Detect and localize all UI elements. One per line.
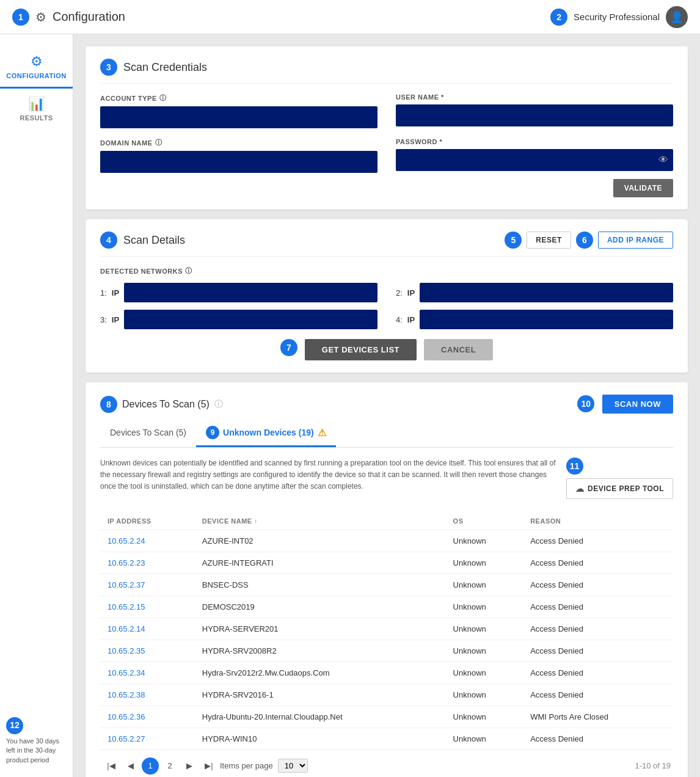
scan-now-area: 10 SCAN NOW	[577, 395, 673, 414]
user-name-input[interactable]	[396, 104, 673, 126]
get-devices-button[interactable]: GET DEVICES LIST	[305, 339, 417, 360]
cell-ip[interactable]: 10.65.2.34	[100, 662, 195, 684]
cell-reason: Access Denied	[523, 618, 673, 640]
bottom-note: 12 You have 30 days left in the 30-day p…	[6, 717, 67, 765]
table-row: 10.65.2.35 HYDRA-SRV2008R2 Unknown Acces…	[100, 640, 673, 662]
network-row-2: 2: IP	[396, 283, 673, 302]
network-input-3[interactable]	[124, 310, 377, 329]
prev-page-button[interactable]: ◀	[122, 757, 139, 775]
cell-ip[interactable]: 10.65.2.38	[100, 684, 195, 706]
table-row: 10.65.2.36 Hydra-Ubuntu-20.Internal.Clou…	[100, 706, 673, 728]
cell-device: AZURE-INTEGRATI	[195, 552, 446, 574]
cell-ip[interactable]: 10.65.2.37	[100, 574, 195, 596]
scan-buttons: 7 GET DEVICES LIST CANCEL	[100, 339, 673, 360]
validate-button[interactable]: VALIDATE	[613, 179, 673, 197]
sidebar-item-results[interactable]: 📊 RESULTS	[0, 89, 73, 129]
badge-9: 9	[206, 426, 219, 439]
network-type-4: IP	[407, 315, 415, 324]
page-1-button[interactable]: 1	[142, 757, 159, 775]
table-header: IP ADDRESS DEVICE NAME ↑ OS REASON	[100, 513, 673, 530]
badge-10: 10	[577, 395, 594, 412]
domain-name-input[interactable]	[100, 151, 377, 173]
items-per-page-select[interactable]: 10 25 50	[278, 759, 308, 773]
network-num-1: 1:	[100, 288, 107, 297]
table-body: 10.65.2.24 AZURE-INT02 Unknown Access De…	[100, 530, 673, 750]
account-type-info-icon: ⓘ	[159, 93, 167, 103]
password-input[interactable]	[396, 149, 673, 171]
tab-devices-to-scan[interactable]: Devices To Scan (5)	[100, 420, 196, 447]
eye-icon[interactable]: 👁	[658, 155, 668, 166]
badge-8: 8	[100, 396, 117, 413]
scan-details-header: 4 Scan Details 5 RESET 6 ADD IP RANGE	[100, 232, 673, 257]
next-page-button[interactable]: ▶	[181, 757, 198, 775]
cell-os: Unknown	[446, 596, 523, 618]
device-prep-button[interactable]: ☁ DEVICE PREP TOOL	[566, 478, 673, 499]
cell-os: Unknown	[446, 574, 523, 596]
badge-4: 4	[100, 232, 117, 249]
cell-ip[interactable]: 10.65.2.15	[100, 596, 195, 618]
badge-6: 6	[576, 232, 593, 249]
cell-ip[interactable]: 10.65.2.24	[100, 530, 195, 552]
network-row-4: 4: IP	[396, 310, 673, 329]
cell-ip[interactable]: 10.65.2.14	[100, 618, 195, 640]
page-title: Configuration	[53, 10, 125, 24]
account-type-input[interactable]	[100, 106, 377, 128]
cell-reason: Access Denied	[523, 684, 673, 706]
tab-unknown-devices[interactable]: 9 Unknown Devices (19) ⚠	[196, 420, 336, 447]
page-2-button[interactable]: 2	[161, 757, 178, 775]
unknown-description: Unknown devices can potentially be ident…	[100, 458, 556, 493]
results-icon: 📊	[28, 96, 45, 112]
sidebar-config-label: CONFIGURATION	[6, 72, 67, 79]
cancel-button[interactable]: CANCEL	[424, 339, 493, 360]
user-name: Security Professional	[574, 12, 660, 22]
items-per-page-label: Items per page	[220, 761, 273, 770]
network-input-2[interactable]	[420, 283, 673, 302]
detected-networks-label-row: DETECTED NETWORKS ⓘ	[100, 266, 673, 275]
top-header: 1 ⚙ Configuration 2 Security Professiona…	[0, 0, 700, 34]
pagination-left: |◀ ◀ 1 2 ▶ ▶| Items per page 10 25 50	[103, 757, 308, 775]
scan-details-card: 4 Scan Details 5 RESET 6 ADD IP RANGE DE…	[86, 219, 688, 373]
gear-icon: ⚙	[35, 10, 46, 24]
devices-header: 8 Devices To Scan (5) ⓘ 10 SCAN NOW	[100, 395, 673, 414]
cell-ip[interactable]: 10.65.2.23	[100, 552, 195, 574]
badge-7: 7	[280, 339, 297, 356]
network-type-1: IP	[112, 288, 119, 297]
devices-to-scan-label: Devices To Scan (5)	[122, 399, 210, 410]
cell-reason: Access Denied	[523, 728, 673, 750]
scan-now-button[interactable]: SCAN NOW	[602, 395, 673, 414]
sidebar: ⚙ CONFIGURATION 📊 RESULTS	[0, 34, 73, 777]
devices-section-card: 8 Devices To Scan (5) ⓘ 10 SCAN NOW Devi…	[86, 382, 688, 777]
domain-info-icon: ⓘ	[155, 138, 162, 147]
table-row: 10.65.2.34 Hydra-Srv2012r2.Mw.Cudaops.Co…	[100, 662, 673, 684]
tab-devices-label: Devices To Scan (5)	[110, 428, 186, 437]
cell-reason: WMI Ports Are Closed	[523, 706, 673, 728]
pagination: |◀ ◀ 1 2 ▶ ▶| Items per page 10 25 50	[100, 757, 673, 775]
first-page-button[interactable]: |◀	[103, 757, 120, 775]
col-device[interactable]: DEVICE NAME ↑	[195, 513, 446, 530]
sidebar-item-configuration[interactable]: ⚙ CONFIGURATION	[0, 46, 73, 89]
tabs: Devices To Scan (5) 9 Unknown Devices (1…	[100, 420, 673, 448]
header-right: 2 Security Professional 👤	[550, 6, 688, 28]
add-ip-range-button[interactable]: ADD IP RANGE	[598, 232, 673, 249]
cell-ip[interactable]: 10.65.2.35	[100, 640, 195, 662]
cell-ip[interactable]: 10.65.2.27	[100, 728, 195, 750]
scan-credentials-header: 3 Scan Credentials	[100, 59, 673, 84]
network-input-1[interactable]	[124, 283, 377, 302]
network-input-4[interactable]	[420, 310, 673, 329]
cell-device: HYDRA-SERVER201	[195, 618, 446, 640]
devices-header-left: 8 Devices To Scan (5) ⓘ	[100, 396, 223, 413]
badge-3: 3	[100, 59, 117, 76]
badge-1: 1	[12, 9, 29, 26]
device-prep-area: 11 ☁ DEVICE PREP TOOL	[566, 458, 673, 499]
devices-info-icon[interactable]: ⓘ	[214, 399, 223, 410]
cell-device: HYDRA-WIN10	[195, 728, 446, 750]
reset-button[interactable]: RESET	[527, 232, 571, 249]
cell-os: Unknown	[446, 728, 523, 750]
table-row: 10.65.2.15 DEMOSC2019 Unknown Access Den…	[100, 596, 673, 618]
badge-2: 2	[550, 9, 567, 26]
cell-os: Unknown	[446, 552, 523, 574]
cell-ip[interactable]: 10.65.2.36	[100, 706, 195, 728]
last-page-button[interactable]: ▶|	[200, 757, 217, 775]
cell-reason: Access Denied	[523, 530, 673, 552]
table-row: 10.65.2.23 AZURE-INTEGRATI Unknown Acces…	[100, 552, 673, 574]
